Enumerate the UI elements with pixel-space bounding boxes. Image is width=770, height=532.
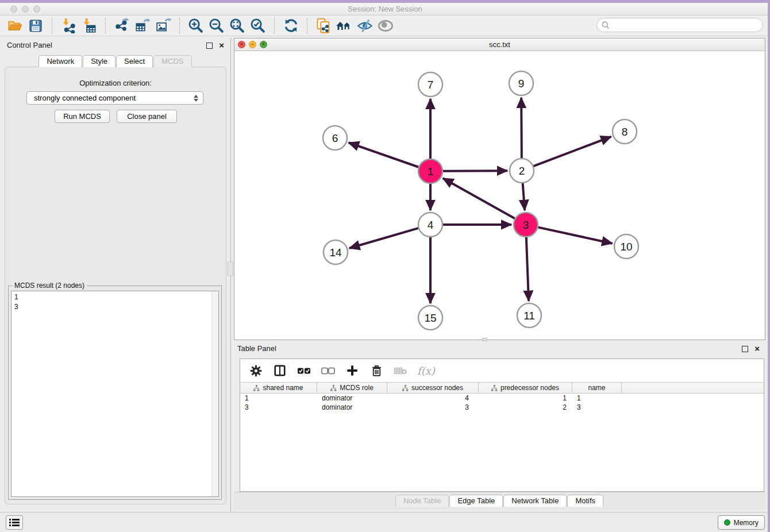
graph-edge-2-3[interactable] <box>523 183 525 210</box>
hide-selected-icon[interactable] <box>355 17 375 35</box>
network-canvas[interactable]: 7968124314101511 <box>234 51 765 340</box>
save-session-icon[interactable] <box>25 17 46 35</box>
import-table-icon[interactable] <box>79 17 99 35</box>
graph-edge-1-2[interactable] <box>443 171 507 171</box>
export-network-icon[interactable] <box>111 17 132 35</box>
refresh-icon[interactable] <box>280 17 301 35</box>
control-panel-title: Control Panel <box>7 41 52 49</box>
toolbar-separator <box>105 18 106 34</box>
graph-node-9[interactable]: 9 <box>509 71 533 95</box>
function-builder-icon[interactable]: f(x) <box>417 365 435 377</box>
network-window-titlebar[interactable]: × − + scc.txt <box>234 38 765 51</box>
graph-edge-4-14[interactable] <box>349 228 418 248</box>
graph-node-11[interactable]: 11 <box>517 303 541 327</box>
column-layout-icon[interactable] <box>272 363 287 378</box>
table-row[interactable]: 3dominator323 <box>240 403 764 412</box>
open-file-icon[interactable] <box>5 17 25 35</box>
graph-node-1[interactable]: 1 <box>418 159 442 183</box>
table-cell: dominator <box>317 394 387 403</box>
zoom-fit-icon[interactable] <box>227 17 248 35</box>
show-all-icon[interactable] <box>375 17 396 35</box>
tab-mcds[interactable]: MCDS <box>153 55 191 67</box>
deselect-all-icon[interactable] <box>321 363 336 378</box>
column-header-shared-name[interactable]: shared name <box>240 383 317 393</box>
add-column-icon[interactable] <box>345 363 360 378</box>
delete-column-icon[interactable] <box>369 363 384 378</box>
duplicate-network-icon[interactable] <box>313 17 334 35</box>
horizontal-splitter-handle[interactable] <box>482 338 487 341</box>
tab-motifs[interactable]: Motifs <box>567 495 603 507</box>
graph-node-label: 7 <box>428 79 434 91</box>
graph-edge-3-11[interactable] <box>526 237 529 301</box>
graph-node-10[interactable]: 10 <box>614 234 638 259</box>
table-cell: 2 <box>479 403 572 412</box>
table-cell: 1 <box>572 394 622 403</box>
main-toolbar <box>0 16 770 36</box>
table-row[interactable]: 1dominator411 <box>240 394 764 403</box>
float-panel-icon[interactable] <box>742 346 748 352</box>
graph-node-2[interactable]: 2 <box>510 159 534 183</box>
close-panel-icon[interactable]: × <box>754 342 760 355</box>
zoom-selected-icon[interactable] <box>248 17 268 35</box>
graph-edge-3-1[interactable] <box>443 178 515 218</box>
column-header-MCDS-role[interactable]: MCDS role <box>317 383 387 393</box>
search-input[interactable] <box>613 21 763 29</box>
table-settings-gear-icon[interactable] <box>248 363 263 378</box>
list-icon <box>9 518 20 527</box>
search-box[interactable] <box>596 18 763 32</box>
column-header-label: successor nodes <box>411 384 463 392</box>
graph-node-3[interactable]: 3 <box>514 213 538 237</box>
tab-edge-table[interactable]: Edge Table <box>449 495 503 507</box>
zoom-in-icon[interactable] <box>186 17 206 35</box>
graph-edge-3-10[interactable] <box>538 228 612 244</box>
tab-style[interactable]: Style <box>83 55 116 67</box>
graph-edge-2-9[interactable] <box>521 98 522 158</box>
graph-edge-2-8[interactable] <box>534 137 611 166</box>
hierarchy-sort-icon <box>491 385 498 391</box>
column-header-successor-nodes[interactable]: successor nodes <box>387 383 479 393</box>
control-panel-tabs: NetworkStyleSelectMCDS <box>3 55 228 67</box>
tab-network[interactable]: Network <box>38 55 82 67</box>
graph-node-15[interactable]: 15 <box>418 306 442 330</box>
mcds-result-list[interactable]: 13 <box>11 291 219 497</box>
task-history-button[interactable] <box>6 515 23 530</box>
column-header-predecessor-nodes[interactable]: predecessor nodes <box>479 383 572 393</box>
import-network-icon[interactable] <box>58 17 79 35</box>
graph-node-label: 1 <box>428 165 434 178</box>
table-cell: 3 <box>387 403 479 412</box>
export-image-icon[interactable] <box>153 17 174 35</box>
graph-node-6[interactable]: 6 <box>323 126 347 150</box>
delete-table-icon[interactable] <box>393 363 408 378</box>
graph-node-8[interactable]: 8 <box>613 119 637 144</box>
float-panel-icon[interactable] <box>206 43 213 49</box>
toolbar-separator <box>179 18 180 34</box>
export-table-icon[interactable] <box>132 17 153 35</box>
graph-node-7[interactable]: 7 <box>418 72 442 97</box>
tab-network-table[interactable]: Network Table <box>503 495 567 507</box>
column-header-name[interactable]: name <box>572 383 622 393</box>
close-panel-button[interactable]: Close panel <box>117 110 177 123</box>
zoom-out-icon[interactable] <box>206 17 227 35</box>
column-header-label: MCDS role <box>340 384 374 392</box>
toolbar-separator <box>307 18 307 34</box>
run-mcds-button[interactable]: Run MCDS <box>55 110 110 123</box>
tab-node-table[interactable]: Node Table <box>395 495 449 507</box>
graph-node-4[interactable]: 4 <box>418 213 442 237</box>
graph-node-label: 14 <box>329 246 342 259</box>
scrollbar-track[interactable] <box>211 291 218 496</box>
memory-status-icon <box>724 519 730 526</box>
column-header-label: predecessor nodes <box>500 384 559 392</box>
title-bar[interactable]: Session: New Session <box>0 3 770 16</box>
criterion-dropdown[interactable]: strongly connected component <box>26 91 203 105</box>
mcds-result-item: 3 <box>14 302 218 312</box>
tab-select[interactable]: Select <box>116 55 153 67</box>
graph-edge-1-6[interactable] <box>349 142 419 167</box>
graph-node-14[interactable]: 14 <box>324 240 348 264</box>
select-all-icon[interactable] <box>297 363 311 378</box>
first-neighbors-icon[interactable] <box>334 17 355 35</box>
memory-button[interactable]: Memory <box>718 515 765 530</box>
close-panel-icon[interactable]: × <box>219 39 224 52</box>
table-toolbar: f(x) <box>240 359 764 382</box>
search-icon <box>602 21 610 29</box>
panel-splitter-handle[interactable] <box>228 261 233 276</box>
